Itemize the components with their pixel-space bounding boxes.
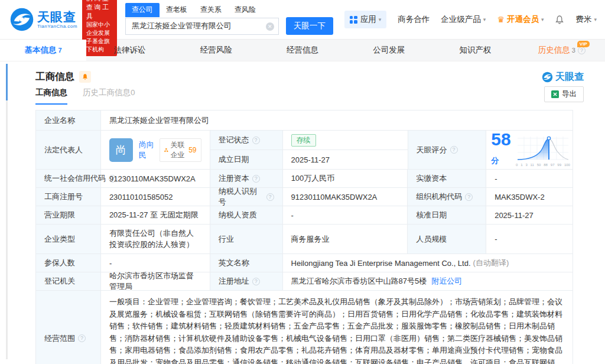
field-label: 实缴资本: [408, 170, 486, 188]
tab-company-development[interactable]: 公司发展: [346, 40, 432, 61]
table-row: 工商注册号 230110101585052 纳税人识别号? 91230110MA…: [36, 188, 573, 206]
apps-grid-icon: [350, 16, 357, 24]
english-name-value: Heilongjiang Tea Ji Enterprise Managemen…: [283, 254, 573, 272]
tab-history-info[interactable]: 历史信息3? VIP: [519, 40, 605, 61]
apps-menu[interactable]: 应用 ▾: [344, 11, 387, 28]
info-icon[interactable]: ?: [465, 193, 473, 201]
tab-intellectual-property[interactable]: 知识产权: [432, 40, 518, 61]
search-tab-company[interactable]: 查公司: [125, 3, 160, 17]
info-icon[interactable]: ?: [252, 175, 260, 183]
tianyancha-logo[interactable]: 天眼查 TianYanCha.com: [9, 7, 77, 32]
brand-domain: TianYanCha.com: [37, 24, 77, 29]
tab-operation-risk[interactable]: 经营风险: [173, 40, 259, 61]
info-icon[interactable]: ?: [78, 334, 86, 342]
search-area: 查公司 查老板 查关系 查风险 ✕ 天眼一下: [125, 4, 333, 35]
table-row: 统一社会信用代码? 91230110MAK35DWX2A 注册资本? 100万人…: [36, 170, 573, 188]
table-row: 法定代表人 尚 尚向民 关联企业 59 登记状态? 存续 成立日期 2025-1…: [36, 131, 573, 170]
reg-status-cell: 存续: [283, 131, 408, 150]
establish-date-value: 2025-11-27: [283, 150, 408, 170]
crown-icon: ♛: [497, 15, 505, 24]
address-value: 黑龙江省哈尔滨市香坊区中山路87号5楼附近公司: [283, 272, 573, 291]
field-label: 注册资本?: [210, 170, 283, 188]
user-menu[interactable]: 费米 ▾: [575, 14, 597, 25]
field-label: 英文名称: [210, 254, 283, 272]
related-companies-badge[interactable]: 关联企业 59: [160, 138, 201, 162]
table-row: 登记机关 哈尔滨市香坊区市场监督管理局 注册地址? 黑龙江省哈尔滨市香坊区中山路…: [36, 272, 573, 291]
chevron-down-icon: ▾: [379, 17, 382, 22]
search-tab-boss[interactable]: 查老板: [160, 3, 194, 17]
business-info-table: 企业名称 黑龙江茶姬企业管理有限公司 法定代表人 尚 尚向民 关联企业 59 登…: [35, 110, 573, 364]
info-icon[interactable]: ?: [450, 146, 458, 154]
info-icon[interactable]: ?: [252, 136, 260, 144]
watermark-logo: 天眼查: [542, 71, 584, 83]
vip-badge: VIP: [577, 41, 590, 47]
industry-value: 商务服务业: [283, 225, 408, 254]
company-nav-tabs: 基本信息7 法律诉讼 经营风险 经营信息 公司发展 知识产权 历史信息3? VI…: [0, 40, 605, 61]
business-scope-value: 一般项目：企业管理；企业管理咨询；餐饮管理；工艺美术品及礼仪用品销售（象牙及其制…: [101, 291, 573, 364]
clear-icon[interactable]: ✕: [266, 22, 274, 31]
score-distribution-chart: 0131150889799100: [516, 134, 570, 167]
field-label: 组织机构代码?: [408, 188, 486, 206]
help-icon[interactable]: ?: [578, 47, 586, 54]
export-button[interactable]: 导出: [544, 86, 584, 102]
auto-translate-note: (自动翻译): [473, 258, 509, 268]
company-type-value: 有限责任公司（非自然人投资或控股的法人独资）: [101, 225, 210, 254]
tab-legal-litigation[interactable]: 法律诉讼: [86, 40, 173, 61]
left-scroll-rail[interactable]: [6, 64, 8, 359]
table-row: 经营范围? 一般项目：企业管理；企业管理咨询；餐饮管理；工艺美术品及礼仪用品销售…: [36, 291, 573, 364]
field-label: 工商注册号: [36, 188, 101, 206]
field-label: 参保人数: [36, 254, 101, 272]
brand-name: 天眼查: [37, 11, 77, 24]
paid-capital-value: -: [486, 170, 573, 188]
section-title: 工商信息: [35, 70, 74, 83]
field-label: 企业类型: [36, 225, 101, 254]
field-label: 人员规模: [408, 225, 486, 254]
chevron-down-icon: ▾: [483, 17, 486, 22]
table-row: 企业类型 有限责任公司（非自然人投资或控股的法人独资） 行业 商务服务业 人员规…: [36, 225, 573, 254]
subtab-history-business-info[interactable]: 历史工商信息0: [83, 87, 135, 105]
field-label: 营业期限: [36, 206, 101, 225]
reg-number-value: 230110101585052: [101, 188, 210, 206]
score-axis-ticks: 0131150889799100: [516, 163, 570, 167]
field-label: 天眼评分?: [408, 131, 487, 170]
search-tab-risk[interactable]: 查风险: [228, 3, 262, 17]
field-label: 登记状态?: [210, 131, 283, 150]
taxpayer-id-value: 91230110MAK35DWX2A: [283, 188, 408, 206]
excel-icon: [551, 90, 559, 98]
tab-basic-info[interactable]: 基本信息7: [0, 40, 86, 61]
staff-size-value: -: [486, 225, 573, 254]
avatar[interactable]: 尚: [109, 138, 133, 162]
org-code-value: MAK35DWX-2: [486, 188, 573, 206]
search-input[interactable]: [125, 18, 279, 35]
table-row: 企业名称 黑龙江茶姬企业管理有限公司: [36, 110, 573, 131]
nearby-companies-link[interactable]: 附近公司: [431, 276, 462, 287]
tab-operation-info[interactable]: 经营信息: [259, 40, 346, 61]
chevron-down-icon: ▾: [594, 17, 597, 22]
subscribe-bell-icon[interactable]: [79, 71, 91, 83]
field-label: 法定代表人: [36, 131, 101, 170]
field-label: 注册地址?: [210, 272, 283, 291]
open-vip-menu[interactable]: ♛ 开通会员 ▾: [497, 14, 544, 25]
notification-bell-icon[interactable]: [555, 15, 564, 24]
reg-capital-value: 100万人民币: [283, 170, 408, 188]
header-menu: 应用 ▾ 商务合作 企业级产品 ▾ ♛ 开通会员 ▾ 费米 ▾: [333, 11, 605, 28]
search-button[interactable]: 天眼一下: [286, 17, 333, 35]
credit-code-value: 91230110MAK35DWX2A: [101, 170, 210, 188]
tianyancha-logo-icon: [542, 72, 553, 83]
business-cooperation-menu[interactable]: 商务合作: [398, 14, 430, 25]
approval-date-value: 2025-11-27: [486, 206, 573, 225]
enterprise-products-menu[interactable]: 企业级产品 ▾: [441, 14, 486, 25]
info-icon[interactable]: ?: [266, 193, 274, 201]
info-icon[interactable]: ?: [252, 278, 260, 285]
company-name-value: 黑龙江茶姬企业管理有限公司: [101, 110, 573, 131]
table-row: 参保人数 - 英文名称 Heilongjiang Tea Ji Enterpri…: [36, 254, 573, 272]
legal-rep-link[interactable]: 尚向民: [139, 139, 154, 161]
subtab-business-info[interactable]: 工商信息: [35, 87, 67, 105]
chevron-down-icon: ▾: [541, 17, 544, 22]
field-label: 经营范围?: [36, 291, 101, 364]
registry-value: 哈尔滨市香坊区市场监督管理局: [101, 272, 210, 291]
status-badge: 存续: [291, 134, 316, 147]
field-label: 行业: [210, 225, 283, 254]
search-tab-relation[interactable]: 查关系: [194, 3, 228, 17]
field-label: 企业名称: [36, 110, 101, 131]
